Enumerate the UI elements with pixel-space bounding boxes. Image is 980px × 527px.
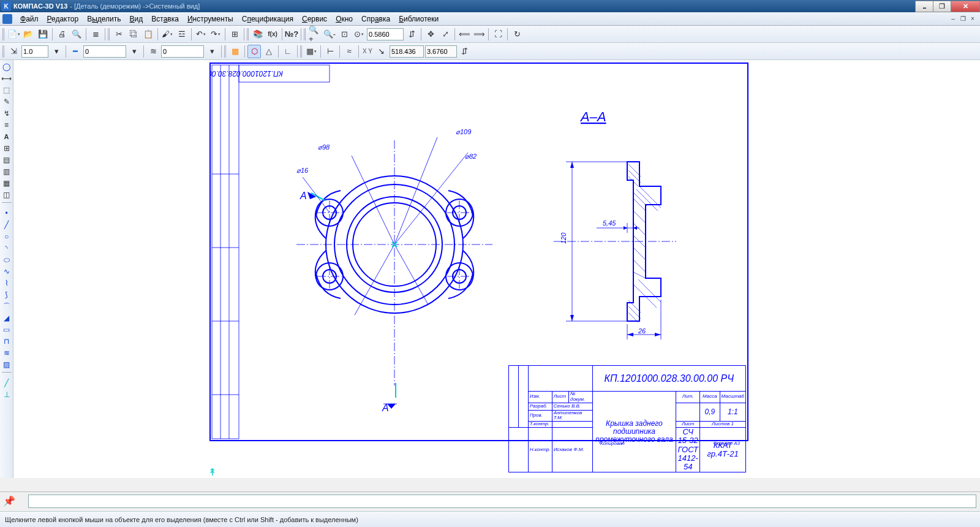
step-input[interactable]	[21, 45, 48, 58]
tb-designation: КП.1201000.028.30.00.00 РЧ	[592, 366, 746, 392]
help-button[interactable]: №?	[285, 28, 298, 41]
arc-button[interactable]: ◝	[1, 243, 13, 254]
line-button[interactable]: ╱	[1, 219, 13, 230]
manager-button[interactable]: ⊞	[228, 28, 241, 41]
polyline-button[interactable]: ⌇	[1, 278, 13, 289]
geometry-panel-button[interactable]: ◯	[1, 61, 13, 72]
layer-input[interactable]	[161, 45, 204, 58]
edit-panel-button[interactable]: ↯	[1, 108, 13, 119]
zoom-out-button[interactable]: 🔍-	[323, 28, 336, 41]
coord-mode-button[interactable]: ↘	[375, 45, 388, 58]
menu-insert[interactable]: Вставка	[147, 13, 183, 25]
text-panel-button[interactable]: ✎	[1, 96, 13, 107]
circle-button[interactable]: ○	[1, 231, 13, 242]
menu-libs[interactable]: Библиотеки	[394, 13, 443, 25]
equidist-button[interactable]: ≋	[1, 347, 13, 358]
rect-button[interactable]: ▭	[1, 324, 13, 335]
chamfer-button[interactable]: ◢	[1, 313, 13, 324]
aux-perp-button[interactable]: ⊥	[1, 389, 13, 400]
open-button[interactable]: 📂	[21, 28, 35, 41]
minimize-button[interactable]	[915, 1, 933, 12]
menu-view[interactable]: Вид	[126, 13, 148, 25]
fit-button[interactable]: ⛶	[491, 28, 505, 41]
zoom-step-button[interactable]: ⇵	[405, 28, 418, 41]
snap-global-button[interactable]: ⬡	[247, 45, 261, 58]
menu-window[interactable]: Окно	[331, 13, 357, 25]
style-icon[interactable]: ━	[69, 45, 82, 58]
round-button[interactable]: ≈	[342, 45, 356, 58]
zoom-value-input[interactable]	[367, 28, 404, 40]
ellipse-button[interactable]: ⬭	[1, 254, 13, 265]
views-panel-button[interactable]: ◫	[1, 189, 13, 200]
dim-d98: ⌀98	[318, 143, 330, 151]
param-panel-button[interactable]: ≡	[1, 119, 13, 131]
fillet-button[interactable]: ⌒	[1, 301, 13, 312]
aux-line-button[interactable]: ╱	[1, 377, 13, 389]
prev-view-button[interactable]: ⟸	[458, 28, 471, 41]
snap-local-button[interactable]: △	[262, 45, 276, 58]
zoom-scale-button[interactable]: ⊙	[352, 28, 366, 41]
select-panel-button[interactable]: ⊞	[1, 143, 13, 154]
style-spin[interactable]: ▾	[127, 45, 141, 58]
point-button[interactable]: •	[1, 208, 13, 219]
bezier-button[interactable]: ⟆	[1, 289, 13, 300]
menu-service[interactable]: Сервис	[298, 13, 331, 25]
mdi-minimize-button[interactable]: –	[948, 15, 958, 23]
mdi-close-button[interactable]: ×	[968, 15, 978, 23]
panels-button[interactable]: ▦	[304, 45, 318, 58]
zoom-in-button[interactable]: 🔍+	[308, 28, 322, 41]
command-line-input[interactable]	[28, 495, 976, 508]
menu-tools[interactable]: Инструменты	[183, 13, 238, 25]
spec-button[interactable]: ≣	[89, 28, 102, 41]
properties-button[interactable]: ☲	[175, 28, 189, 41]
zoom-window-button[interactable]: ⊡	[337, 28, 351, 41]
reports-panel-button[interactable]: ▥	[1, 166, 13, 177]
drawing-canvas[interactable]: КП.1201000.028.30.00.00 РЧ	[13, 60, 980, 478]
prop-pin-icon[interactable]: 📌	[4, 495, 15, 508]
close-button[interactable]	[951, 1, 980, 12]
next-view-button[interactable]: ⟹	[472, 28, 486, 41]
coord-spin[interactable]: ⇵	[458, 45, 472, 58]
library-button[interactable]: 📚	[251, 28, 265, 41]
grid-button[interactable]: ▦	[228, 45, 242, 58]
menu-spec[interactable]: Спецификация	[238, 13, 298, 25]
redo-button[interactable]: ↷	[209, 28, 222, 41]
layer-icon[interactable]: ≋	[146, 45, 160, 58]
redraw-button[interactable]: ↻	[510, 28, 524, 41]
preview-button[interactable]: 🔍	[70, 28, 83, 41]
symbols-panel-button[interactable]: ⬚	[1, 85, 13, 96]
ortho-button[interactable]: ∟	[281, 45, 295, 58]
menu-edit[interactable]: Редактор	[43, 13, 83, 25]
pan-button[interactable]: ✥	[424, 28, 437, 41]
step-spin[interactable]: ▾	[50, 45, 63, 58]
menu-file[interactable]: Файл	[16, 13, 43, 25]
section-label: А–А	[579, 109, 606, 124]
copy-props-button[interactable]: 🖌	[160, 28, 174, 41]
style-input[interactable]	[83, 45, 126, 58]
save-button[interactable]: 💾	[36, 28, 50, 41]
spline-button[interactable]: ∿	[1, 266, 13, 277]
paste-button[interactable]: 📋	[141, 28, 155, 41]
menu-help[interactable]: Справка	[357, 13, 394, 25]
undo-button[interactable]: ↶	[194, 28, 208, 41]
ortho-draw-button[interactable]: ⊢	[323, 45, 337, 58]
dimensions-panel-button[interactable]: ⟷	[1, 73, 13, 84]
hatch-button[interactable]: ▨	[1, 359, 13, 370]
print-button[interactable]: 🖨	[55, 28, 69, 41]
measure-panel-button[interactable]: А	[1, 131, 13, 142]
insert-panel-button[interactable]: ▦	[1, 178, 13, 189]
snap-step-icon[interactable]: ⇲	[7, 45, 20, 58]
mdi-app-icon[interactable]	[2, 14, 12, 24]
copy-button[interactable]: ⿻	[127, 28, 140, 41]
layer-spin[interactable]: ▾	[205, 45, 219, 58]
zoom-dyn-button[interactable]: ⤢	[439, 28, 452, 41]
svg-marker-79	[624, 226, 627, 230]
menu-select[interactable]: Выделить	[83, 13, 125, 25]
vars-button[interactable]: f(x)	[266, 28, 279, 41]
collect-button[interactable]: ⊓	[1, 336, 13, 347]
mdi-restore-button[interactable]: ❐	[958, 15, 968, 23]
cut-button[interactable]: ✂	[112, 28, 126, 41]
maximize-button[interactable]	[933, 1, 951, 12]
spec-panel-button[interactable]: ▤	[1, 154, 13, 165]
new-button[interactable]: 📄	[7, 28, 20, 41]
